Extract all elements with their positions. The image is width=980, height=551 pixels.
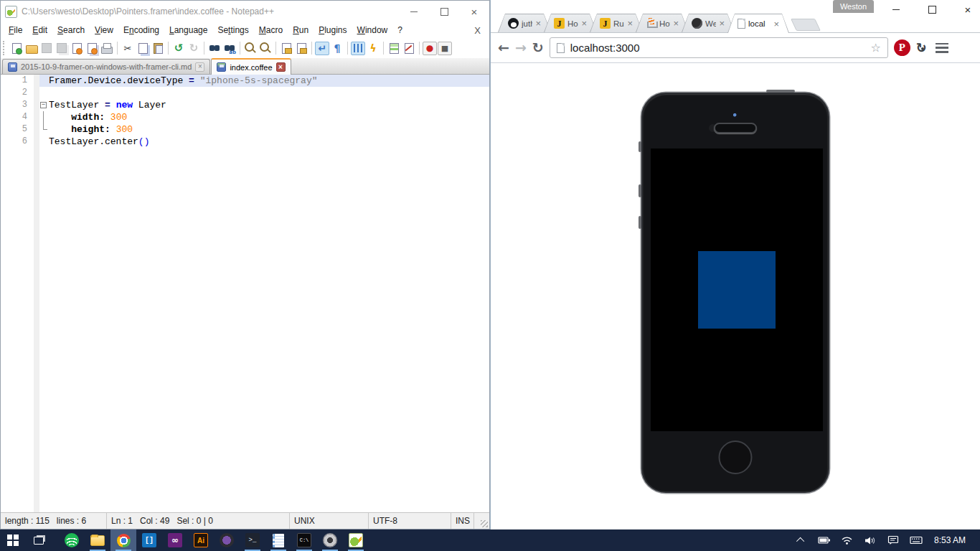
livereload-extension-icon[interactable]: ↻ (916, 42, 927, 55)
close-all-button[interactable] (85, 42, 99, 55)
menu-item-window[interactable]: Window (352, 24, 393, 37)
find-button[interactable] (207, 42, 222, 55)
menu-item-file[interactable]: File (4, 24, 27, 37)
fold-margin[interactable] (39, 123, 49, 136)
close-button[interactable]: × (469, 6, 479, 17)
open-file-button[interactable] (24, 42, 39, 55)
doc-switcher-button[interactable] (402, 42, 416, 55)
undo-button[interactable]: ↺ (171, 42, 186, 55)
browser-tab-hom[interactable]: JHom× (544, 14, 597, 32)
taskbar-clock[interactable]: 8:53 AM (930, 535, 973, 545)
tab-close-icon[interactable]: × (581, 19, 587, 28)
replace-button[interactable] (222, 42, 237, 55)
code-line[interactable]: 1Framer.Device.deviceType = "iphone-5s-s… (1, 75, 489, 87)
volume-icon[interactable] (861, 529, 880, 551)
taskbar-notepad-plus-plus[interactable] (343, 529, 369, 551)
menu-item-settings[interactable]: Settings (212, 24, 253, 37)
back-button[interactable]: ← (498, 41, 509, 55)
pinterest-extension-icon[interactable]: P (894, 39, 910, 56)
fold-margin[interactable] (39, 111, 49, 123)
task-view-button[interactable] (26, 529, 52, 551)
action-center-icon[interactable] (884, 529, 903, 551)
code-line[interactable]: 5 height: 300 (1, 123, 489, 136)
code-line[interactable]: 2 (1, 87, 489, 99)
browser-tab-juthi[interactable]: juthi× (498, 14, 551, 32)
taskbar-purple-circle-app[interactable] (214, 529, 240, 551)
document-map-button[interactable] (387, 42, 401, 55)
profile-badge[interactable]: Weston (833, 0, 874, 13)
menu-item-view[interactable]: View (90, 24, 118, 37)
menu-item-macro[interactable]: Macro (254, 24, 288, 37)
taskbar-cmd[interactable]: C:\ (291, 529, 317, 551)
editor-tab[interactable]: 2015-10-9-framer-on-windows-with-framer-… (2, 59, 210, 74)
browser-tab-how[interactable]: How× (636, 14, 689, 32)
fold-margin[interactable] (39, 99, 49, 111)
taskbar-powershell[interactable]: >_ (240, 529, 265, 551)
start-recording-button[interactable]: ● (423, 42, 437, 55)
paste-button[interactable] (151, 42, 165, 55)
browser-tab-run[interactable]: JRun× (590, 14, 643, 32)
menu-item-search[interactable]: Search (52, 24, 90, 37)
device-screen[interactable] (651, 149, 823, 431)
bookmark-star-icon[interactable]: ☆ (870, 41, 880, 55)
notepadpp-titlebar[interactable]: C:\Users\westo\Desktop\Pointers.framer\i… (1, 1, 489, 22)
taskbar-chrome[interactable] (110, 529, 136, 551)
menu-item-language[interactable]: Language (164, 24, 212, 37)
cut-button[interactable]: ✂ (121, 42, 135, 55)
code-line[interactable]: 3TestLayer = new Layer (1, 99, 489, 111)
new-tab-button[interactable] (791, 19, 821, 31)
taskbar-notepad[interactable] (265, 529, 291, 551)
zoom-in-button[interactable] (243, 42, 258, 55)
word-wrap-button[interactable]: ↵ (315, 42, 329, 55)
tab-close-icon[interactable]: × (276, 62, 286, 72)
zoom-out-button[interactable] (258, 42, 273, 55)
new-file-button[interactable] (9, 42, 24, 55)
stop-recording-button[interactable]: ■ (438, 42, 452, 55)
fold-collapse-icon[interactable] (40, 102, 47, 108)
function-list-button[interactable]: ϟ (366, 42, 380, 55)
reload-button[interactable]: ↻ (532, 41, 544, 55)
browser-tab-local[interactable]: local× (727, 14, 789, 33)
tab-close-icon[interactable]: × (773, 19, 779, 29)
fold-margin[interactable] (39, 75, 49, 87)
tray-overflow-chevron-icon[interactable] (792, 529, 811, 551)
sync-scroll-h-button[interactable] (294, 42, 308, 55)
editor-tab[interactable]: index.coffee× (211, 58, 291, 75)
chrome-menu-icon[interactable] (936, 43, 948, 53)
copy-button[interactable] (136, 42, 150, 55)
tab-close-icon[interactable]: × (673, 19, 679, 28)
taskbar-gray-circle-app[interactable] (317, 529, 343, 551)
menu-item-encoding[interactable]: Encoding (118, 24, 164, 37)
menubar-close-icon[interactable]: X (468, 25, 486, 36)
taskbar-illustrator[interactable]: Ai (188, 529, 214, 551)
wifi-icon[interactable] (838, 529, 857, 551)
touch-keyboard-icon[interactable] (907, 529, 925, 551)
taskbar-visual-studio[interactable]: ∞ (162, 529, 188, 551)
tab-close-icon[interactable]: × (627, 19, 633, 28)
close-button[interactable]: × (963, 4, 973, 14)
taskbar-brackets[interactable]: [] (136, 529, 162, 551)
browser-tab-wes[interactable]: Wes× (682, 14, 735, 32)
chrome-titlebar[interactable]: Weston × (491, 0, 980, 13)
redo-button[interactable]: ↻ (187, 42, 201, 55)
code-editor[interactable]: 1Framer.Device.deviceType = "iphone-5s-s… (1, 75, 489, 512)
resize-grip[interactable] (474, 513, 489, 529)
print-button[interactable] (100, 42, 114, 55)
url-text[interactable]: localhost:3000 (570, 42, 865, 54)
tab-close-icon[interactable]: × (719, 19, 725, 28)
battery-icon[interactable] (815, 529, 834, 551)
code-line[interactable]: 4 width: 300 (1, 111, 489, 123)
menu-item-edit[interactable]: Edit (27, 24, 52, 37)
forward-button[interactable]: → (515, 41, 527, 55)
minimize-button[interactable] (891, 4, 901, 14)
save-all-button[interactable] (55, 42, 69, 55)
framer-test-layer[interactable] (698, 251, 776, 329)
start-button[interactable] (0, 529, 26, 551)
maximize-button[interactable] (927, 4, 937, 14)
menu-item-plugins[interactable]: Plugins (314, 24, 352, 37)
indent-guide-button[interactable] (351, 42, 365, 55)
taskbar-file-explorer[interactable] (85, 529, 110, 551)
minimize-button[interactable] (409, 6, 419, 17)
code-line[interactable]: 6TestLayer.center() (1, 136, 489, 148)
save-button[interactable] (39, 42, 54, 55)
